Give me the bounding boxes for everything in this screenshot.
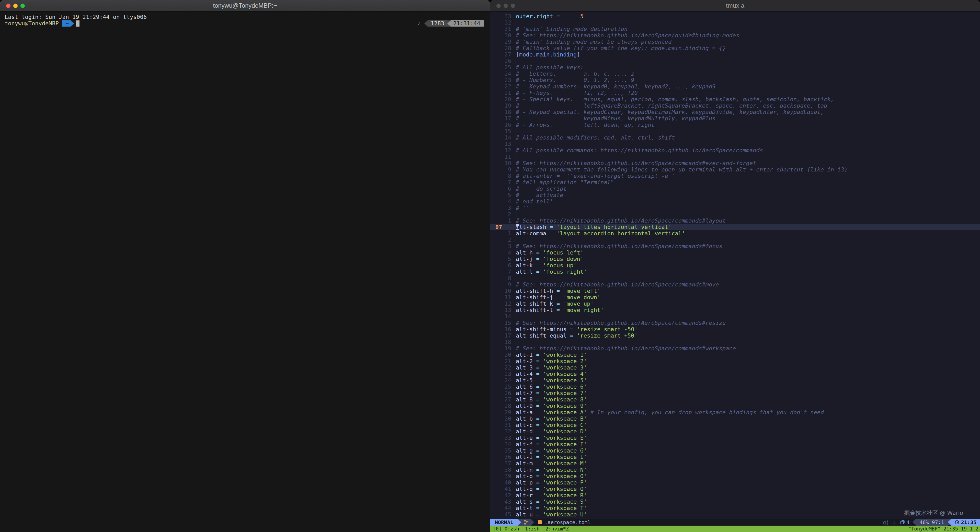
code-line[interactable]: 22# - Keypad numbers. keypad0, keypad1, …: [490, 83, 980, 90]
code-text: alt-c = 'workspace C': [516, 422, 587, 428]
code-line[interactable]: 16alt-shift-minus = 'resize smart -50': [490, 326, 980, 332]
code-line[interactable]: 4# end tell': [490, 198, 980, 205]
code-line[interactable]: 7# tell application "Terminal": [490, 179, 980, 186]
code-line[interactable]: 4alt-h = 'focus left': [490, 249, 980, 256]
code-text: alt-s = 'workspace S': [516, 499, 587, 505]
code-line[interactable]: 34alt-f = 'workspace F': [490, 441, 980, 448]
close-button[interactable]: [6, 3, 11, 8]
code-line[interactable]: 15# See: https://nikitabobko.github.io/A…: [490, 320, 980, 326]
code-line[interactable]: 29# 'main' binding mode must be always p…: [490, 38, 980, 45]
code-line[interactable]: 5# activate: [490, 192, 980, 198]
code-line[interactable]: 31# 'main' binding mode declaration: [490, 26, 980, 32]
tmux-titlebar[interactable]: tmux a: [490, 0, 980, 11]
code-line[interactable]: 18# - Keypad special. keypadClear, keypa…: [490, 109, 980, 115]
code-line[interactable]: 27alt-8 = 'workspace 8': [490, 396, 980, 403]
code-line[interactable]: 25alt-6 = 'workspace 6': [490, 384, 980, 390]
code-line[interactable]: 24alt-5 = 'workspace 5': [490, 377, 980, 384]
code-line[interactable]: 38alt-n = 'workspace N': [490, 467, 980, 473]
code-line[interactable]: 12alt-shift-k = 'move up': [490, 300, 980, 307]
code-line[interactable]: 40alt-p = 'workspace P': [490, 480, 980, 486]
code-line[interactable]: 9# See: https://nikitabobko.github.io/Ae…: [490, 281, 980, 288]
code-line[interactable]: 43alt-s = 'workspace S': [490, 499, 980, 505]
editor-buffer[interactable]: 33outer.right = 532▏31# 'main' binding m…: [490, 11, 980, 519]
line-number: 10: [495, 160, 511, 166]
code-line[interactable]: 32alt-d = 'workspace D': [490, 428, 980, 435]
code-text: alt-l = 'focus right': [516, 268, 587, 275]
code-line[interactable]: 23alt-4 = 'workspace 4': [490, 371, 980, 377]
code-text: alt-shift-minus = 'resize smart -50': [516, 326, 638, 332]
line-number: 13: [495, 141, 511, 147]
code-line[interactable]: 2▏: [490, 211, 980, 218]
code-line[interactable]: 26alt-7 = 'workspace 7': [490, 390, 980, 396]
code-line[interactable]: 27[mode.main.binding]: [490, 51, 980, 58]
code-line[interactable]: 14# All possible modifiers: cmd, alt, ct…: [490, 134, 980, 141]
code-line[interactable]: 35alt-g = 'workspace G': [490, 448, 980, 454]
code-line[interactable]: 10alt-shift-h = 'move left': [490, 288, 980, 294]
code-line[interactable]: 33alt-e = 'workspace E': [490, 435, 980, 441]
code-line[interactable]: 42alt-r = 'workspace R': [490, 492, 980, 499]
code-line[interactable]: 13alt-shift-l = 'move right': [490, 307, 980, 313]
code-line-current[interactable]: 97alt-slash = 'layout tiles horizontal v…: [490, 224, 980, 230]
code-line[interactable]: 1alt-comma = 'layout accordion horizonta…: [490, 230, 980, 237]
code-line[interactable]: 13▏: [490, 141, 980, 147]
code-line[interactable]: 6# do script: [490, 186, 980, 192]
code-line[interactable]: 17# keypadMinus, keypadMultiply, keypadP…: [490, 115, 980, 122]
code-lines[interactable]: 33outer.right = 532▏31# 'main' binding m…: [490, 13, 980, 518]
code-line[interactable]: 5alt-j = 'focus down': [490, 256, 980, 262]
terminal-content[interactable]: Last login: Sun Jan 19 21:29:44 on ttys0…: [0, 11, 490, 532]
code-line[interactable]: 26▏: [490, 58, 980, 64]
code-line[interactable]: 36alt-i = 'workspace I': [490, 454, 980, 460]
code-line[interactable]: 25# All possible keys:: [490, 64, 980, 70]
code-line[interactable]: 39alt-o = 'workspace O': [490, 473, 980, 480]
code-line[interactable]: 30# See: https://nikitabobko.github.io/A…: [490, 32, 980, 38]
code-line[interactable]: 8▏: [490, 275, 980, 281]
code-line[interactable]: 32▏: [490, 19, 980, 26]
code-line[interactable]: 23# - Numbers. 0, 1, 2, ..., 9: [490, 77, 980, 83]
code-line[interactable]: 19# leftSquareBracket, rightSquareBracke…: [490, 102, 980, 109]
code-line[interactable]: 7alt-l = 'focus right': [490, 268, 980, 275]
code-line[interactable]: 29alt-a = 'workspace A' # In your config…: [490, 409, 980, 416]
code-line[interactable]: 37alt-m = 'workspace M': [490, 460, 980, 467]
code-line[interactable]: 20# - Special keys. minus, equal, period…: [490, 96, 980, 102]
code-line[interactable]: 22alt-3 = 'workspace 3': [490, 364, 980, 371]
code-line[interactable]: 6alt-k = 'focus up': [490, 262, 980, 268]
code-text: alt-4 = 'workspace 4': [516, 371, 587, 377]
code-line[interactable]: 19# See: https://nikitabobko.github.io/A…: [490, 345, 980, 352]
zoom-button[interactable]: [511, 3, 515, 8]
code-line[interactable]: 14▏: [490, 313, 980, 320]
close-button[interactable]: [496, 3, 501, 8]
keymap-label: gj: [881, 519, 891, 526]
code-text: alt-slash = 'layout tiles horizontal ver…: [516, 224, 671, 230]
code-line[interactable]: 21alt-2 = 'workspace 2': [490, 358, 980, 364]
code-line[interactable]: 21# - F-keys. f1, f2, ..., f20: [490, 90, 980, 96]
code-line[interactable]: 10# See: https://nikitabobko.github.io/A…: [490, 160, 980, 166]
code-line[interactable]: 12# All possible commands: https://nikit…: [490, 147, 980, 154]
code-line[interactable]: 24# - Letters. a, b, c, ..., z: [490, 70, 980, 77]
code-line[interactable]: 28# Fallback value (if you omit the key)…: [490, 45, 980, 51]
zoom-button[interactable]: [21, 3, 25, 8]
minimize-button[interactable]: [504, 3, 508, 8]
code-line[interactable]: 41alt-q = 'workspace Q': [490, 486, 980, 492]
code-text: ▏: [516, 154, 519, 160]
code-line[interactable]: 16# - Arrows. left, down, up, right: [490, 122, 980, 128]
code-line[interactable]: 11▏: [490, 154, 980, 160]
code-line[interactable]: 28alt-9 = 'workspace 9': [490, 403, 980, 409]
code-text: alt-e = 'workspace E': [516, 435, 587, 441]
code-line[interactable]: 8# alt-enter = '''exec-and-forget osascr…: [490, 173, 980, 179]
code-line[interactable]: 20alt-1 = 'workspace 1': [490, 352, 980, 358]
code-line[interactable]: 33outer.right = 5: [490, 13, 980, 19]
terminal-titlebar[interactable]: tonywu@TonydeMBP:~: [0, 0, 490, 11]
code-line[interactable]: 3# ''': [490, 205, 980, 211]
code-line[interactable]: 15▏: [490, 128, 980, 134]
code-line[interactable]: 1# See: https://nikitabobko.github.io/Ae…: [490, 218, 980, 224]
code-line[interactable]: 11alt-shift-j = 'move down': [490, 294, 980, 300]
code-line[interactable]: 18▏: [490, 339, 980, 345]
code-line[interactable]: 30alt-b = 'workspace B': [490, 416, 980, 422]
minimize-button[interactable]: [13, 3, 18, 8]
code-line[interactable]: 3# See: https://nikitabobko.github.io/Ae…: [490, 243, 980, 249]
code-line[interactable]: 9# You can uncomment the following lines…: [490, 166, 980, 173]
code-line[interactable]: 31alt-c = 'workspace C': [490, 422, 980, 428]
code-line[interactable]: 2▏: [490, 237, 980, 243]
line-number: 20: [495, 96, 511, 102]
code-line[interactable]: 17alt-shift-equal = 'resize smart +50': [490, 332, 980, 339]
